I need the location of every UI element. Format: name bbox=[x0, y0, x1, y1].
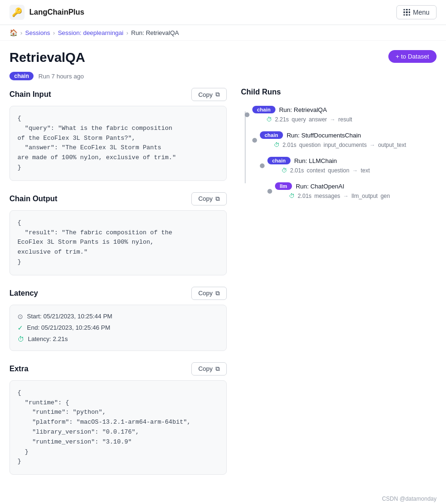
clock-icon-4: ⏱ bbox=[289, 193, 295, 199]
run-group-4: llm Run: ChatOpenAI ⏱ 2.01s messages → l… bbox=[252, 180, 437, 202]
run-group-2: chain Run: StuffDocumentsChain ⏱ 2.01s q… bbox=[252, 129, 437, 151]
latency-title: Latency bbox=[9, 289, 38, 298]
chain-output-title: Chain Output bbox=[9, 195, 57, 203]
clock-latency-icon: ⏱ bbox=[17, 335, 24, 343]
run4-name[interactable]: Run: ChatOpenAI bbox=[296, 183, 344, 190]
chain-badge: chain bbox=[9, 72, 34, 80]
extra-title: Extra bbox=[9, 365, 28, 373]
extra-copy-label: Copy bbox=[198, 365, 213, 372]
run4-time: 2.01s bbox=[298, 193, 311, 199]
run3-meta: ⏱ 2.01s context question → text bbox=[267, 166, 437, 177]
logo-icon: 🔑 bbox=[9, 5, 25, 20]
run4-arrow: → bbox=[343, 193, 349, 199]
header: 🔑 LangChainPlus Menu bbox=[0, 0, 446, 25]
tree-dot-3 bbox=[260, 163, 265, 168]
run1-time: 2.21s bbox=[275, 116, 289, 123]
chain-input-code: { "query": "What is the fabric compositi… bbox=[9, 106, 227, 181]
latency-header: Latency Copy ⧉ bbox=[9, 287, 227, 300]
clock-icon-1: ⏱ bbox=[266, 116, 272, 123]
breadcrumb-sep-2: › bbox=[53, 29, 55, 36]
latency-copy-button[interactable]: Copy ⧉ bbox=[191, 287, 227, 300]
page-title: RetrievalQA bbox=[9, 50, 85, 65]
run3-input1: context bbox=[307, 167, 325, 174]
run1-meta: ⏱ 2.21s query answer → result bbox=[252, 115, 437, 126]
run3-badge: chain bbox=[267, 157, 291, 164]
latency-end-text: End: 05/21/2023, 10:25:46 PM bbox=[27, 324, 110, 331]
extra-section: Extra Copy ⧉ { "runtime": { "runtime": "… bbox=[9, 362, 227, 475]
chain-input-section: Chain Input Copy ⧉ { "query": "What is t… bbox=[9, 88, 227, 181]
chain-output-copy-label: Copy bbox=[198, 195, 213, 202]
chain-output-header: Chain Output Copy ⧉ bbox=[9, 192, 227, 205]
chain-input-title: Chain Input bbox=[9, 90, 51, 99]
extra-copy-button[interactable]: Copy ⧉ bbox=[191, 362, 227, 376]
tree-vertical-line bbox=[245, 111, 246, 183]
left-column: Chain Input Copy ⧉ { "query": "What is t… bbox=[9, 88, 227, 486]
tree-dot-1 bbox=[245, 112, 249, 117]
run-row-4: llm Run: ChatOpenAI bbox=[275, 180, 437, 192]
breadcrumb: 🏠 › Sessions › Session: deeplearningai ›… bbox=[0, 25, 446, 41]
run-group-3: chain Run: LLMChain ⏱ 2.01s context ques… bbox=[252, 155, 437, 177]
breadcrumb-session[interactable]: Session: deeplearningai bbox=[58, 29, 123, 36]
run4-badge: llm bbox=[275, 182, 292, 190]
copy-icon-4: ⧉ bbox=[215, 365, 220, 373]
latency-end: ✓ End: 05/21/2023, 10:25:46 PM bbox=[17, 324, 219, 332]
chain-output-section: Chain Output Copy ⧉ { "result": "The fab… bbox=[9, 192, 227, 275]
menu-label: Menu bbox=[413, 9, 429, 16]
run2-output: output_text bbox=[378, 142, 406, 148]
chain-input-copy-button[interactable]: Copy ⧉ bbox=[191, 88, 227, 101]
watermark: CSDN @datamonday bbox=[0, 491, 446, 504]
page-header: RetrievalQA + to Dataset bbox=[0, 41, 446, 70]
main-layout: Chain Input Copy ⧉ { "query": "What is t… bbox=[0, 88, 446, 486]
menu-button[interactable]: Menu bbox=[396, 5, 437, 19]
extra-code: { "runtime": { "runtime": "python", "pla… bbox=[9, 380, 227, 475]
run3-time: 2.01s bbox=[290, 167, 304, 174]
clock-icon-2: ⏱ bbox=[274, 142, 280, 148]
run3-input2: question bbox=[328, 167, 349, 174]
app-title: LangChainPlus bbox=[29, 8, 84, 17]
chain-output-code: { "result": "The fabric composition of t… bbox=[9, 210, 227, 275]
breadcrumb-sessions[interactable]: Sessions bbox=[25, 29, 50, 36]
run4-output1: llm_output bbox=[352, 193, 377, 199]
latency-value-text: Latency: 2.21s bbox=[28, 335, 68, 342]
run2-arrow: → bbox=[369, 142, 375, 148]
run-tree: chain Run: RetrievalQA ⏱ 2.21s query ans… bbox=[241, 104, 437, 202]
run1-badge: chain bbox=[252, 106, 275, 113]
run2-name[interactable]: Run: StuffDocumentsChain bbox=[287, 132, 361, 139]
tree-dot-4 bbox=[267, 189, 272, 194]
run3-output: text bbox=[360, 167, 369, 174]
latency-start-text: Start: 05/21/2023, 10:25:44 PM bbox=[27, 313, 112, 320]
extra-header: Extra Copy ⧉ bbox=[9, 362, 227, 376]
run1-output: result bbox=[338, 116, 352, 123]
chain-input-header: Chain Input Copy ⧉ bbox=[9, 88, 227, 101]
run3-name[interactable]: Run: LLMChain bbox=[294, 157, 337, 164]
run4-input1: messages bbox=[314, 193, 340, 199]
child-runs-title: Child Runs bbox=[241, 88, 437, 96]
home-icon: 🏠 bbox=[9, 29, 17, 36]
run2-input1: question bbox=[299, 142, 320, 148]
latency-section: Latency Copy ⧉ ⊙ Start: 05/21/2023, 10:2… bbox=[9, 287, 227, 351]
run1-name[interactable]: Run: RetrievalQA bbox=[279, 106, 327, 113]
run-group-1: chain Run: RetrievalQA ⏱ 2.21s query ans… bbox=[252, 104, 437, 126]
latency-copy-label: Copy bbox=[198, 290, 213, 297]
latency-box: ⊙ Start: 05/21/2023, 10:25:44 PM ✓ End: … bbox=[9, 305, 227, 351]
to-dataset-button[interactable]: + to Dataset bbox=[388, 50, 437, 63]
right-column: Child Runs chain Run: RetrievalQA ⏱ 2.21… bbox=[227, 88, 437, 486]
run1-input2: answer bbox=[309, 116, 327, 123]
run-row-2: chain Run: StuffDocumentsChain bbox=[260, 129, 437, 141]
copy-icon-1: ⧉ bbox=[215, 91, 220, 98]
header-left: 🔑 LangChainPlus bbox=[9, 5, 84, 20]
grid-icon bbox=[403, 9, 410, 16]
clock-start-icon: ⊙ bbox=[17, 313, 23, 320]
run2-input2: input_documents bbox=[324, 142, 367, 148]
copy-icon-2: ⧉ bbox=[215, 195, 220, 203]
run-row-3: chain Run: LLMChain bbox=[267, 155, 437, 166]
breadcrumb-sep-1: › bbox=[20, 29, 22, 36]
run2-time: 2.01s bbox=[283, 142, 296, 148]
run-time: Run 7 hours ago bbox=[38, 73, 84, 80]
tree-dot-2 bbox=[252, 138, 257, 143]
clock-icon-3: ⏱ bbox=[282, 167, 287, 174]
run1-input1: query bbox=[292, 116, 306, 123]
chain-output-copy-button[interactable]: Copy ⧉ bbox=[191, 192, 227, 205]
run2-meta: ⏱ 2.01s question input_documents → outpu… bbox=[260, 141, 437, 151]
latency-value: ⏱ Latency: 2.21s bbox=[17, 335, 219, 343]
